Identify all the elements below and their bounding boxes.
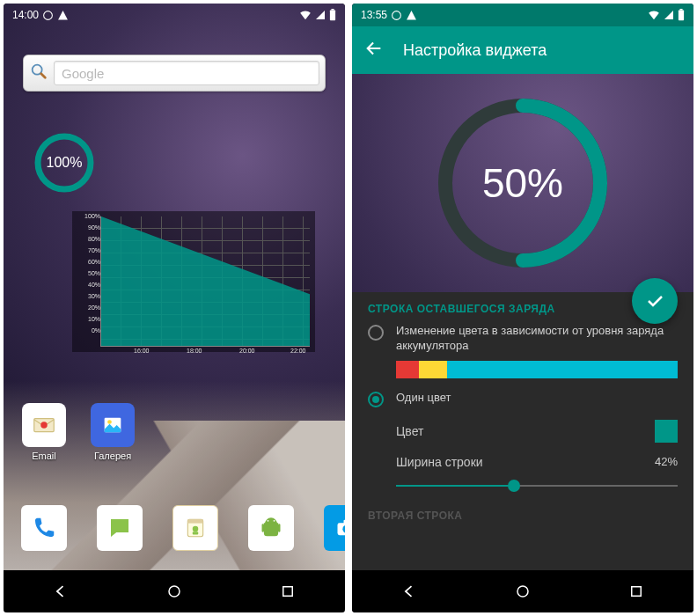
y-tick: 0% [76,327,100,334]
svg-point-15 [274,520,275,522]
app-phone[interactable] [19,505,69,551]
radio-icon [368,325,384,341]
appbar: Настройка виджета [352,26,693,74]
app-contacts[interactable] [171,505,220,551]
svg-point-12 [193,526,199,532]
radio-single-color[interactable]: Один цвет [368,391,678,407]
nav-home[interactable] [512,581,533,602]
app-label: Галерея [94,451,131,461]
svg-point-21 [393,11,401,19]
radio-gradient[interactable]: Изменение цвета в зависимости от уровня … [368,324,678,354]
signal-icon [664,10,674,20]
svg-rect-23 [679,9,682,11]
phone-icon [31,515,57,541]
section-second: ВТОРАЯ СТРОКА [368,510,678,522]
y-tick: 20% [76,304,100,311]
nav-back[interactable] [50,581,71,602]
status-time: 14:00 [12,9,39,21]
svg-point-0 [44,11,53,19]
sync-icon [391,10,402,21]
y-tick: 60% [76,259,100,265]
svg-line-4 [41,74,46,78]
x-tick: 16:00 [134,348,150,354]
nav-recents[interactable] [626,581,647,602]
app-label: Email [32,451,56,461]
camera-icon [334,516,345,540]
wifi-icon [299,9,312,21]
sync-icon [42,10,54,21]
gradient-preview [396,361,678,378]
radio-label: Один цвет [396,391,451,406]
svg-rect-1 [330,11,335,21]
dock-row [19,505,345,551]
back-button[interactable] [364,39,384,62]
y-tick: 30% [76,293,100,299]
svg-rect-20 [283,587,293,597]
svg-point-14 [268,520,269,522]
nav-home[interactable] [164,581,185,602]
svg-point-19 [169,586,180,597]
check-icon [644,290,665,312]
battery-chart-widget[interactable]: 100% 90% 80% 70% 60% 50% 40% 30% 20% 10%… [72,211,315,352]
setting-color[interactable]: Цвет [396,420,678,443]
warning-icon [406,10,417,21]
svg-point-7 [40,422,48,429]
android-icon [259,516,283,540]
slider-fill [396,485,514,487]
chart-area [100,216,310,347]
app-row-1: Email Галерея [19,403,137,461]
status-bar: 14:00 [4,4,345,26]
warning-icon [57,10,69,21]
search-placeholder: Google [62,66,104,81]
message-icon [106,515,133,541]
app-email[interactable]: Email [19,403,69,461]
x-tick: 22:00 [290,348,306,354]
widget-preview: 50% [352,74,693,292]
settings-panel[interactable]: СТРОКА ОСТАВШЕГОСЯ ЗАРЯДА Изменение цвет… [352,292,693,570]
svg-rect-22 [679,11,684,21]
search-widget[interactable]: Google [23,55,326,92]
width-slider[interactable] [396,478,678,494]
envelope-icon [31,412,57,438]
svg-rect-27 [632,587,642,597]
phone-settings: 13:55 Настройка виджета 50% [352,4,693,612]
radio-icon [368,392,384,407]
svg-point-9 [107,420,112,424]
chart-fill [101,216,310,346]
y-tick: 70% [76,247,100,253]
y-tick: 100% [76,213,100,219]
battery-ring-widget[interactable]: 100% [33,132,95,194]
color-swatch[interactable] [655,420,678,443]
signal-icon [315,10,326,20]
preview-percent: 50% [482,159,563,207]
setting-label: Ширина строки [396,455,655,469]
app-gallery[interactable]: Галерея [88,403,137,461]
phone-home: 14:00 Google 100% [4,4,345,612]
ring-percent: 100% [33,132,95,194]
nav-bar [4,570,345,612]
svg-rect-13 [193,532,199,534]
width-value: 42% [655,455,678,468]
y-tick: 50% [76,270,100,276]
setting-width: Ширина строки 42% [396,455,678,469]
svg-rect-18 [344,520,346,524]
app-camera[interactable] [322,505,345,551]
x-tick: 18:00 [187,348,202,354]
x-tick: 20:00 [239,348,255,354]
svg-rect-2 [331,9,334,11]
search-input[interactable]: Google [54,61,319,85]
app-android[interactable] [246,505,296,551]
nav-recents[interactable] [277,581,298,602]
appbar-title: Настройка виджета [403,41,547,60]
app-messages[interactable] [95,505,144,551]
nav-back[interactable] [399,581,420,602]
radio-label: Изменение цвета в зависимости от уровня … [396,324,678,354]
confirm-fab[interactable] [632,278,678,324]
wifi-icon [648,9,660,21]
battery-icon [329,9,336,21]
slider-thumb[interactable] [508,480,520,492]
battery-icon [678,9,685,21]
status-time: 13:55 [361,9,387,21]
y-tick: 40% [76,282,100,288]
setting-label: Цвет [396,424,655,438]
